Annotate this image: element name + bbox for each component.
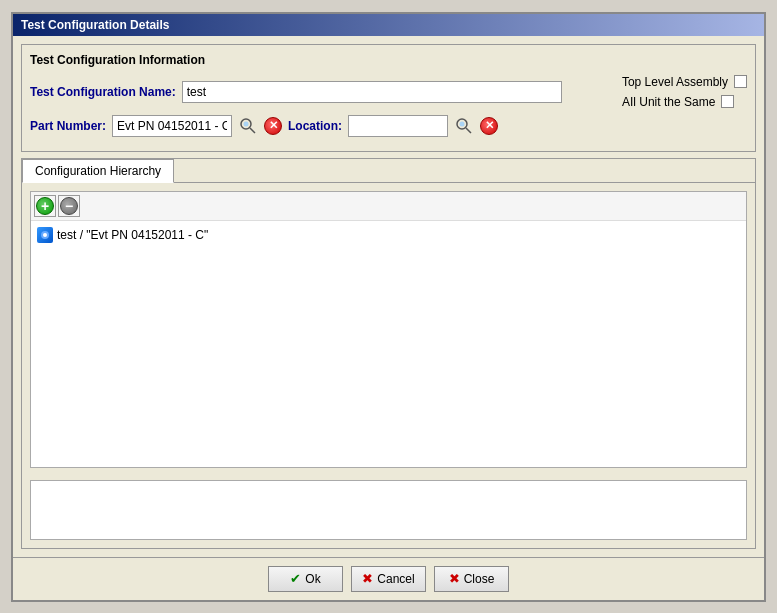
- name-row: Test Configuration Name: Top Level Assem…: [30, 75, 747, 109]
- tree-toolbar: + −: [31, 192, 746, 221]
- tree-add-button[interactable]: +: [34, 195, 56, 217]
- check-icon: ✔: [290, 571, 301, 586]
- tree-panel: + −: [30, 191, 747, 468]
- svg-line-1: [250, 128, 255, 133]
- all-unit-checkbox[interactable]: [721, 95, 734, 108]
- tree-item-label: test / "Evt PN 04152011 - C": [57, 228, 208, 242]
- location-label: Location:: [288, 119, 342, 133]
- part-search-button[interactable]: [238, 116, 258, 136]
- all-unit-label: AIl Unit the Same: [622, 95, 715, 109]
- svg-line-4: [466, 128, 471, 133]
- close-icon: ✖: [449, 571, 460, 586]
- ok-label: Ok: [305, 572, 320, 586]
- top-level-label: Top Level Assembly: [622, 75, 728, 89]
- node-icon-svg: [40, 230, 50, 240]
- ok-button[interactable]: ✔ Ok: [268, 566, 343, 592]
- tree-item[interactable]: test / "Evt PN 04152011 - C": [35, 225, 742, 245]
- dialog: Test Configuration Details Test Configur…: [11, 12, 766, 602]
- cancel-label: Cancel: [377, 572, 414, 586]
- cancel-icon: ✖: [362, 571, 373, 586]
- top-level-row: Top Level Assembly: [622, 75, 747, 89]
- location-input[interactable]: [348, 115, 448, 137]
- close-label: Close: [464, 572, 495, 586]
- dialog-title: Test Configuration Details: [13, 14, 764, 36]
- all-unit-row: AIl Unit the Same: [622, 95, 747, 109]
- tab-hierarchy[interactable]: Configuration Hierarchy: [22, 159, 174, 183]
- tab-header: Configuration Hierarchy: [22, 159, 755, 183]
- part-input[interactable]: [112, 115, 232, 137]
- info-group-title: Test Configuration Information: [30, 53, 747, 67]
- info-group: Test Configuration Information Test Conf…: [21, 44, 756, 152]
- svg-point-2: [244, 121, 249, 126]
- name-label: Test Configuration Name:: [30, 85, 176, 99]
- notes-area: [30, 480, 747, 540]
- right-options: Top Level Assembly AIl Unit the Same: [622, 75, 747, 109]
- location-remove-button[interactable]: ✕: [480, 117, 498, 135]
- add-icon: +: [36, 197, 54, 215]
- footer: ✔ Ok ✖ Cancel ✖ Close: [13, 557, 764, 600]
- part-remove-button[interactable]: ✕: [264, 117, 282, 135]
- remove-icon: −: [60, 197, 78, 215]
- svg-point-5: [460, 121, 465, 126]
- svg-point-7: [43, 233, 47, 237]
- top-level-checkbox[interactable]: [734, 75, 747, 88]
- binoculars-icon: [239, 117, 257, 135]
- hierarchy-section: Configuration Hierarchy + −: [21, 158, 756, 549]
- name-input[interactable]: [182, 81, 562, 103]
- tree-remove-button[interactable]: −: [58, 195, 80, 217]
- part-row: Part Number: ✕ Location:: [30, 115, 747, 137]
- part-label: Part Number:: [30, 119, 106, 133]
- cancel-button[interactable]: ✖ Cancel: [351, 566, 426, 592]
- location-search-button[interactable]: [454, 116, 474, 136]
- tree-content: test / "Evt PN 04152011 - C": [31, 221, 746, 467]
- location-binoculars-icon: [455, 117, 473, 135]
- close-button[interactable]: ✖ Close: [434, 566, 509, 592]
- config-node-icon: [37, 227, 53, 243]
- dialog-body: Test Configuration Information Test Conf…: [13, 36, 764, 557]
